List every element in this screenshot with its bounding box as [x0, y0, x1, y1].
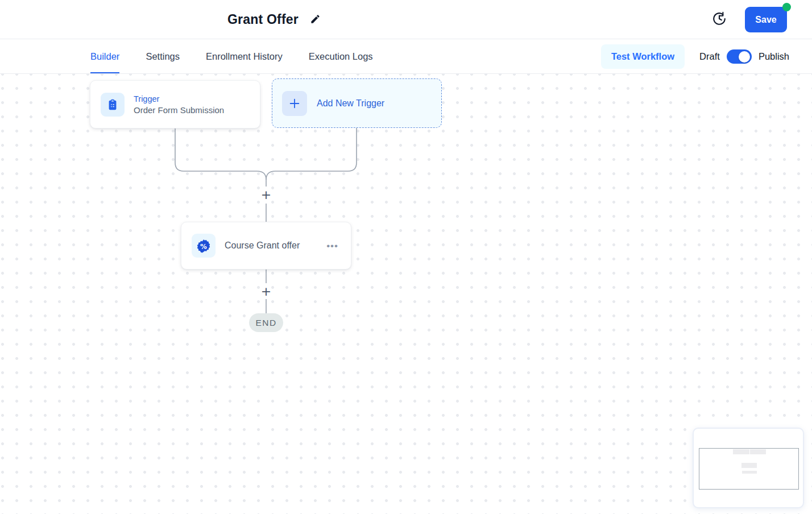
plus-icon: [282, 91, 307, 116]
svg-text:%: %: [200, 243, 207, 251]
add-action-button-2[interactable]: +: [259, 284, 274, 299]
draft-label: Draft: [699, 51, 720, 62]
add-new-trigger-button[interactable]: Add New Trigger: [272, 78, 442, 128]
action-node-course-grant-offer[interactable]: % Course Grant offer •••: [181, 222, 351, 270]
save-button[interactable]: Save: [745, 7, 787, 32]
action-node-label: Course Grant offer: [225, 241, 315, 251]
workflow-tabbar: Builder Settings Enrollment History Exec…: [0, 39, 812, 74]
minimap-node-add-trigger: [750, 449, 766, 454]
trigger-node-subtitle: Order Form Submission: [134, 105, 224, 115]
tab-settings[interactable]: Settings: [146, 39, 180, 73]
unsaved-changes-badge: [782, 3, 791, 11]
tab-enrollment-history[interactable]: Enrollment History: [206, 39, 283, 73]
header-actions: Save: [712, 0, 787, 39]
publish-toggle[interactable]: [727, 49, 752, 64]
connector-lines: [0, 74, 812, 514]
tabbar-actions: Test Workflow Draft Publish: [601, 39, 789, 74]
minimap-node-trigger: [733, 449, 749, 454]
pencil-icon: [310, 14, 321, 26]
tab-execution-logs[interactable]: Execution Logs: [309, 39, 373, 73]
test-workflow-button[interactable]: Test Workflow: [601, 44, 685, 69]
toggle-knob: [739, 51, 750, 63]
clipboard-icon: [101, 93, 125, 117]
version-history-button[interactable]: [712, 11, 727, 28]
add-new-trigger-label: Add New Trigger: [317, 98, 384, 109]
discount-badge-icon: %: [192, 234, 216, 258]
minimap-viewport[interactable]: [699, 448, 799, 490]
page-title: Grant Offer: [227, 12, 299, 27]
publish-toggle-group: Draft Publish: [699, 49, 789, 64]
action-node-menu-button[interactable]: •••: [324, 239, 341, 253]
top-header: Grant Offer Save: [0, 0, 812, 39]
tab-builder[interactable]: Builder: [90, 39, 119, 73]
minimap-node-end: [742, 471, 757, 474]
rename-workflow-button[interactable]: [310, 14, 321, 26]
canvas-minimap[interactable]: [693, 428, 804, 508]
add-action-button-1[interactable]: +: [259, 188, 274, 202]
minimap-node-action: [741, 463, 757, 468]
clock-history-icon: [712, 11, 727, 28]
workflow-title-group: Grant Offer: [227, 0, 321, 39]
publish-label: Publish: [759, 51, 789, 62]
trigger-node[interactable]: Trigger Order Form Submission: [90, 80, 260, 128]
tabs: Builder Settings Enrollment History Exec…: [90, 39, 373, 73]
end-node: END: [249, 313, 283, 332]
workflow-canvas[interactable]: Trigger Order Form Submission Add New Tr…: [0, 74, 812, 514]
trigger-node-title: Trigger: [134, 94, 224, 103]
